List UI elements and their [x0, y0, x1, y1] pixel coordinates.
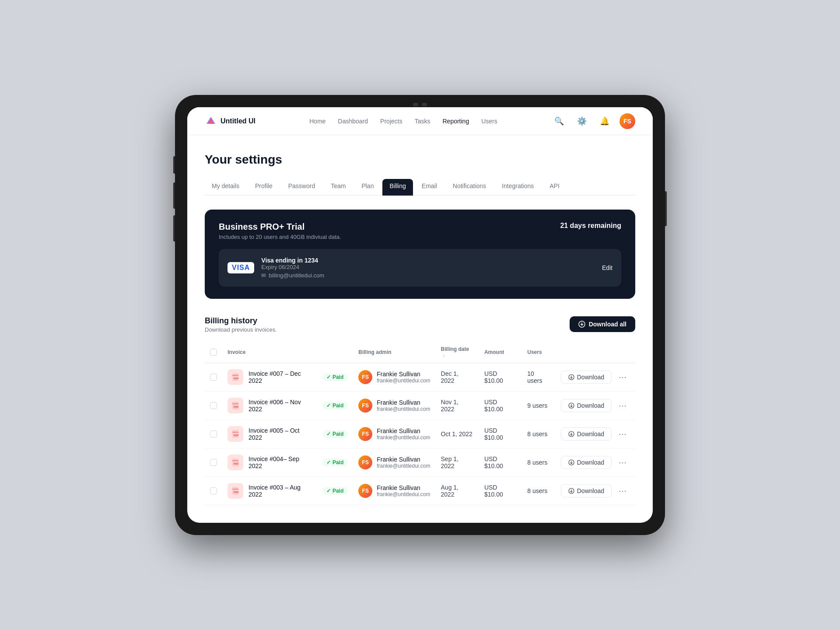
pdf-icon-3: PDF	[228, 455, 243, 470]
nav-projects[interactable]: Projects	[380, 118, 402, 125]
invoice-name-0: Invoice #007 – Dec 2022	[248, 370, 313, 384]
row-amount-cell: USD $10.00	[479, 392, 522, 420]
side-button-3	[173, 215, 175, 242]
admin-info-4: Frankie Sullivan frankie@untitledui.com	[377, 484, 430, 497]
row-date-cell: Aug 1, 2022	[436, 477, 479, 505]
paid-badge-4: ✓ Paid	[322, 487, 348, 495]
download-icon-0	[568, 374, 574, 380]
invoice-table: Invoice Billing admin Billing date ↓	[205, 342, 635, 505]
invoice-cell-0: PDF Invoice #007 – Dec 2022 ✓ Paid	[228, 369, 348, 385]
tab-billing[interactable]: Billing	[382, 179, 413, 196]
main-content: Your settings My details Profile Passwor…	[187, 135, 653, 523]
nav-reporting[interactable]: Reporting	[442, 118, 469, 125]
billing-email: ✉ billing@untitledui.com	[261, 272, 324, 279]
tab-my-details[interactable]: My details	[205, 179, 246, 196]
tab-notifications[interactable]: Notifications	[446, 179, 493, 196]
row-users-cell: 8 users	[522, 477, 555, 505]
row-admin-cell: FS Frankie Sullivan frankie@untitledui.c…	[353, 363, 435, 392]
settings-button[interactable]: ⚙️	[574, 113, 590, 129]
header-billing-admin: Billing admin	[353, 342, 435, 363]
tab-profile[interactable]: Profile	[248, 179, 280, 196]
amount-3: USD $10.00	[484, 455, 503, 469]
paid-badge-2: ✓ Paid	[322, 430, 348, 438]
download-icon-4	[568, 488, 574, 494]
pdf-file-icon: PDF	[231, 373, 240, 382]
download-all-button[interactable]: Download all	[570, 316, 635, 332]
user-avatar[interactable]: FS	[620, 113, 635, 129]
actions-cell-3: Download ⋯	[561, 456, 630, 469]
tab-integrations[interactable]: Integrations	[495, 179, 541, 196]
camera-indicator	[413, 103, 427, 106]
nav-home[interactable]: Home	[309, 118, 326, 125]
search-icon: 🔍	[554, 116, 564, 126]
admin-name-1: Frankie Sullivan	[377, 399, 430, 406]
download-button-4[interactable]: Download	[561, 484, 612, 497]
billing-history-title: Billing history	[205, 316, 277, 326]
table-row: PDF Invoice #004– Sep 2022 ✓ Paid FS Fra…	[205, 448, 635, 477]
header-billing-date[interactable]: Billing date ↓	[436, 342, 479, 363]
row-date-cell: Dec 1, 2022	[436, 363, 479, 392]
device-screen: Untitled UI Home Dashboard Projects Task…	[187, 107, 653, 523]
row-checkbox-1[interactable]	[210, 402, 217, 409]
pdf-icon-1: PDF	[228, 398, 243, 413]
check-icon: ✓	[326, 431, 331, 437]
plan-days-remaining: 21 days remaining	[560, 222, 621, 230]
notifications-button[interactable]: 🔔	[597, 113, 612, 129]
more-options-button-1[interactable]: ⋯	[615, 399, 630, 412]
row-users-cell: 10 users	[522, 363, 555, 392]
side-button-2	[173, 182, 175, 209]
admin-cell-4: FS Frankie Sullivan frankie@untitledui.c…	[358, 484, 430, 498]
admin-info-1: Frankie Sullivan frankie@untitledui.com	[377, 399, 430, 412]
select-all-checkbox[interactable]	[210, 349, 217, 356]
download-button-1[interactable]: Download	[561, 399, 612, 412]
download-button-2[interactable]: Download	[561, 427, 612, 441]
check-icon: ✓	[326, 402, 331, 409]
more-options-button-3[interactable]: ⋯	[615, 456, 630, 469]
invoice-name-4: Invoice #003 – Aug 2022	[248, 484, 313, 498]
app-container: Untitled UI Home Dashboard Projects Task…	[187, 107, 653, 523]
search-button[interactable]: 🔍	[551, 113, 567, 129]
invoice-name-2: Invoice #005 – Oct 2022	[248, 427, 313, 441]
tab-api[interactable]: API	[542, 179, 567, 196]
row-checkbox-0[interactable]	[210, 374, 217, 381]
actions-cell-2: Download ⋯	[561, 427, 630, 441]
row-checkbox-2[interactable]	[210, 430, 217, 438]
row-checkbox-3[interactable]	[210, 459, 217, 466]
brand[interactable]: Untitled UI	[205, 115, 256, 127]
nav-dashboard[interactable]: Dashboard	[338, 118, 368, 125]
svg-text:PDF: PDF	[234, 434, 239, 437]
billing-history-section: Billing history Download previous invoic…	[205, 316, 635, 505]
check-icon: ✓	[326, 374, 331, 380]
more-options-button-4[interactable]: ⋯	[615, 484, 630, 497]
row-admin-cell: FS Frankie Sullivan frankie@untitledui.c…	[353, 477, 435, 505]
more-options-button-2[interactable]: ⋯	[615, 427, 630, 441]
tab-team[interactable]: Team	[324, 179, 353, 196]
row-checkbox-4[interactable]	[210, 487, 217, 494]
tab-email[interactable]: Email	[415, 179, 444, 196]
nav-users[interactable]: Users	[481, 118, 497, 125]
invoice-cell-3: PDF Invoice #004– Sep 2022 ✓ Paid	[228, 455, 348, 470]
download-button-0[interactable]: Download	[561, 371, 612, 384]
plan-card: Business PRO+ Trial Includes up to 20 us…	[205, 210, 635, 299]
download-button-3[interactable]: Download	[561, 456, 612, 469]
actions-cell-4: Download ⋯	[561, 484, 630, 497]
paid-badge-3: ✓ Paid	[322, 458, 348, 466]
side-button-right	[665, 191, 667, 226]
row-invoice-cell: PDF Invoice #004– Sep 2022 ✓ Paid	[222, 448, 353, 477]
nav-tasks[interactable]: Tasks	[415, 118, 430, 125]
row-actions-cell: Download ⋯	[556, 448, 635, 477]
row-invoice-cell: PDF Invoice #005 – Oct 2022 ✓ Paid	[222, 420, 353, 448]
invoice-table-body: PDF Invoice #007 – Dec 2022 ✓ Paid FS Fr…	[205, 363, 635, 505]
amount-2: USD $10.00	[484, 427, 503, 441]
pdf-file-icon: PDF	[231, 430, 240, 438]
paid-badge-1: ✓ Paid	[322, 402, 348, 410]
tab-plan[interactable]: Plan	[354, 179, 381, 196]
users-count-2: 8 users	[527, 430, 547, 438]
card-number: Visa ending in 1234	[261, 257, 324, 264]
more-options-button-0[interactable]: ⋯	[615, 371, 630, 384]
svg-text:PDF: PDF	[234, 406, 239, 408]
edit-payment-button[interactable]: Edit	[602, 264, 612, 271]
billing-date-4: Aug 1, 2022	[441, 484, 458, 498]
tab-password[interactable]: Password	[281, 179, 322, 196]
admin-avatar-3: FS	[358, 455, 372, 469]
